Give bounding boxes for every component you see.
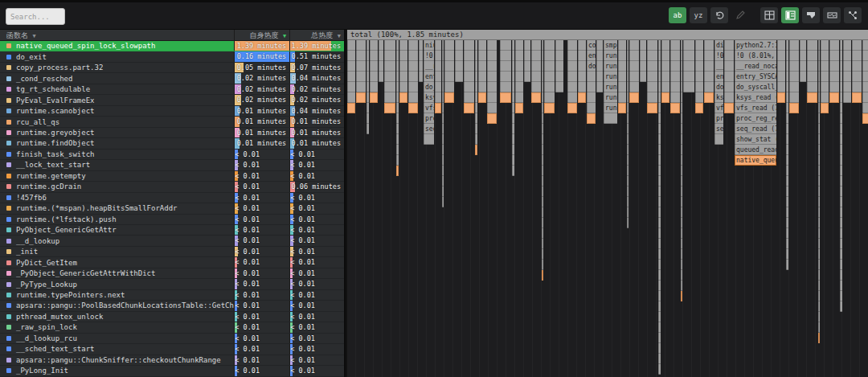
flame-frame-highlighted[interactable] — [408, 103, 418, 113]
flame-frame-stack[interactable] — [627, 40, 628, 228]
flame-frame-highlighted[interactable] — [475, 145, 477, 155]
flame-frame-highlighted[interactable] — [661, 92, 669, 103]
flame-frame-stack-labeled[interactable]: niu!0__rentdo_ksyvfsproseq — [424, 40, 434, 145]
table-row[interactable]: __sched_text_start< 0.01 minutes< 0.01 m… — [0, 344, 344, 354]
flame-frame-stack[interactable] — [647, 40, 657, 103]
flame-frame-label[interactable]: do_ — [714, 82, 723, 92]
flame-frame-stack[interactable] — [444, 40, 454, 92]
flame-frame-stack[interactable] — [396, 40, 399, 166]
table-row[interactable]: runtime.greyobject0.01 minutes0.01 minut… — [0, 128, 344, 138]
flame-frame-stack[interactable] — [524, 40, 530, 82]
flame-frame-stack[interactable] — [500, 40, 511, 92]
flame-frame-label[interactable]: python2.7:10665 — [735, 40, 776, 51]
flame-frame-stack[interactable] — [379, 40, 383, 82]
flame-frame-highlighted[interactable] — [681, 291, 682, 301]
flame-frame-stack[interactable] — [724, 40, 734, 103]
flame-frame-stack[interactable] — [640, 40, 646, 82]
flame-frame-label[interactable]: vfs — [714, 103, 723, 113]
flame-frame-highlighted[interactable] — [399, 92, 407, 103]
flame-frame-stack[interactable] — [384, 40, 395, 103]
flame-frame-label[interactable]: runt: — [604, 51, 617, 61]
flame-frame-label[interactable]: vfs — [424, 103, 434, 113]
flame-frame-highlighted[interactable] — [647, 103, 657, 113]
table-row[interactable]: __d_lookup_rcu< 0.01 minutes< 0.01 minut… — [0, 334, 344, 344]
flame-frame-stack[interactable] — [840, 40, 842, 312]
flame-frame-highlighted[interactable] — [544, 103, 555, 113]
flame-frame-label[interactable]: runt. — [604, 92, 617, 103]
table-row[interactable]: runtime.scanobject0.01 minutes0.04 minut… — [0, 106, 344, 117]
search-input[interactable] — [6, 8, 65, 25]
flame-frame-stack[interactable] — [862, 40, 868, 113]
table-row[interactable]: __lock_text_start< 0.01 minutes< 0.01 mi… — [0, 160, 344, 170]
tag-button[interactable] — [802, 7, 820, 23]
flame-frame-label[interactable]: do_ — [424, 82, 434, 92]
flame-frame-stack[interactable] — [419, 40, 423, 82]
flame-frame-stack[interactable] — [661, 40, 669, 92]
flame-frame-label[interactable]: __r — [424, 61, 434, 72]
flame-frame-stack[interactable] — [658, 40, 661, 375]
flame-frame-label[interactable]: ent — [714, 72, 723, 82]
flame-frame-label[interactable]: ent — [587, 51, 596, 61]
collapse-rows-button[interactable] — [823, 7, 841, 23]
flame-frame-highlighted[interactable] — [384, 103, 395, 113]
flame-frame-stack[interactable] — [408, 40, 418, 103]
flame-frame-highlighted[interactable] — [629, 92, 639, 103]
flame-frame-stack[interactable] — [629, 40, 639, 92]
table-row[interactable]: _PyLong_Init< 0.01 minutes< 0.01 minutes — [0, 366, 344, 376]
table-row[interactable]: runtime.(*mspan).heapBitsSmallForAddr< 0… — [0, 203, 344, 214]
flame-frame-stack[interactable] — [821, 40, 829, 103]
table-row[interactable]: __d_lookup< 0.01 minutes< 0.01 minutes — [0, 236, 344, 246]
flame-frame-highlighted[interactable] — [670, 103, 680, 113]
table-row[interactable]: tg_rt_schedulable0.02 minutes0.02 minute… — [0, 84, 344, 95]
table-row[interactable]: runtime.getempty< 0.01 minutes< 0.01 min… — [0, 171, 344, 182]
flame-frame-label[interactable]: seq — [714, 124, 723, 134]
flame-frame-label[interactable]: queued_read_lo — [735, 145, 776, 155]
table-row[interactable]: _init< 0.01 minutes< 0.01 minutes — [0, 247, 344, 257]
flame-frame-label[interactable]: ent — [424, 72, 434, 82]
flame-frame-highlighted[interactable] — [821, 103, 829, 113]
flame-frame-stack[interactable] — [455, 40, 463, 82]
flame-frame-label[interactable]: pro — [714, 113, 723, 124]
sort-value-button[interactable]: yz — [690, 7, 707, 23]
flame-frame-highlighted[interactable] — [618, 103, 626, 113]
column-header-total-heat[interactable]: 总热度 ▼ — [289, 30, 344, 40]
flame-frame-stack[interactable] — [695, 40, 703, 103]
flame-frame-highlighted[interactable] — [587, 113, 596, 124]
flame-frame-stack[interactable] — [800, 40, 806, 82]
flame-frame-stack[interactable] — [818, 40, 820, 333]
flame-frame-stack[interactable] — [487, 40, 497, 113]
flame-frame-stack[interactable] — [843, 40, 851, 103]
flame-frame-stack[interactable] — [544, 40, 555, 103]
flame-frame-label[interactable]: ksys_read (7.97 — [735, 92, 776, 103]
flame-frame-label[interactable]: seq — [424, 124, 434, 134]
table-row[interactable]: pthread_mutex_unlock< 0.01 minutes< 0.01… — [0, 312, 344, 322]
flame-frame-stack[interactable] — [618, 40, 626, 103]
flame-frame-stack[interactable] — [347, 40, 355, 103]
table-row[interactable]: apsara::pangu::ChunkSniffer::checkoutChu… — [0, 355, 344, 366]
table-row[interactable]: PyObject_GenericGetAttr< 0.01 minutes< 0… — [0, 225, 344, 236]
flame-frame-label[interactable]: con — [587, 40, 596, 51]
flame-frame-label[interactable]: do_syscall_64 ( — [735, 82, 776, 92]
flame-frame-label[interactable]: proc_reg_read ( — [735, 113, 776, 124]
table-row[interactable]: native_queued_spin_lock_slowpath1.39 min… — [0, 41, 344, 51]
flame-frame-stack[interactable] — [478, 40, 486, 92]
flame-frame-highlighted[interactable] — [724, 103, 734, 113]
flame-frame-stack-labeled[interactable]: smp_runt:runt.runt.runt.runt.run — [604, 40, 617, 124]
flame-frame-highlighted[interactable] — [852, 92, 862, 103]
flame-frame-stack-labeled[interactable]: dit!0__rentdo_ksyvfsproseq — [714, 40, 723, 145]
flame-frame-label[interactable]: runt. — [604, 72, 617, 82]
flame-frame-highlighted[interactable] — [818, 333, 820, 343]
flame-frame-stack[interactable] — [356, 40, 366, 92]
flame-frame-stack[interactable] — [829, 40, 839, 92]
flame-table-view-button[interactable] — [781, 7, 799, 23]
flame-frame-highlighted[interactable] — [464, 103, 474, 113]
flame-frame-stack-labeled[interactable]: python2.7:10665!0 (8.01%, 0.15__read_noc… — [735, 40, 776, 166]
flame-frame-stack[interactable] — [399, 40, 407, 92]
undo-button[interactable] — [710, 7, 728, 23]
flame-frame-stack[interactable] — [475, 40, 477, 145]
flame-frame-highlighted[interactable] — [862, 113, 868, 124]
flame-frame-highlighted[interactable] — [789, 103, 799, 113]
flame-frame-stack[interactable] — [683, 40, 694, 92]
flame-frame-stack[interactable] — [777, 40, 785, 92]
table-view-button[interactable] — [760, 7, 778, 23]
